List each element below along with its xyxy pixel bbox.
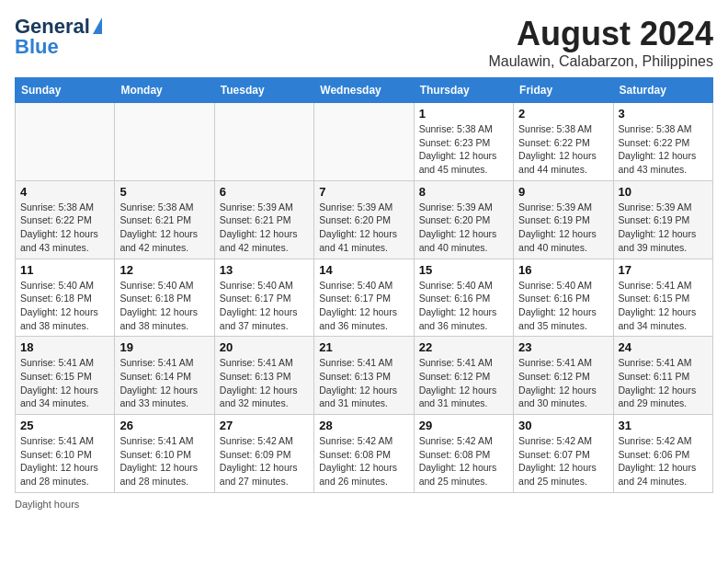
day-number: 27 xyxy=(220,419,309,432)
day-number: 8 xyxy=(419,185,508,199)
day-info: Sunrise: 5:40 AM Sunset: 6:18 PM Dayligh… xyxy=(119,279,209,333)
day-number: 21 xyxy=(319,340,408,354)
day-number: 17 xyxy=(619,263,708,277)
day-info: Sunrise: 5:41 AM Sunset: 6:13 PM Dayligh… xyxy=(220,356,309,410)
day-number: 26 xyxy=(119,419,209,432)
calendar-cell: 28Sunrise: 5:42 AM Sunset: 6:08 PM Dayli… xyxy=(314,415,414,493)
calendar-cell: 29Sunrise: 5:42 AM Sunset: 6:08 PM Dayli… xyxy=(414,415,513,493)
logo: General Blue xyxy=(15,15,102,59)
day-info: Sunrise: 5:41 AM Sunset: 6:15 PM Dayligh… xyxy=(20,356,109,410)
day-number: 4 xyxy=(20,185,109,199)
calendar-cell: 14Sunrise: 5:40 AM Sunset: 6:17 PM Dayli… xyxy=(314,259,414,337)
day-info: Sunrise: 5:38 AM Sunset: 6:22 PM Dayligh… xyxy=(20,201,109,255)
calendar-cell: 1Sunrise: 5:38 AM Sunset: 6:23 PM Daylig… xyxy=(414,103,513,181)
calendar-cell: 25Sunrise: 5:41 AM Sunset: 6:10 PM Dayli… xyxy=(16,415,115,493)
weekday-header-friday: Friday xyxy=(514,78,613,103)
calendar-cell: 3Sunrise: 5:38 AM Sunset: 6:22 PM Daylig… xyxy=(613,103,712,181)
calendar-cell: 24Sunrise: 5:41 AM Sunset: 6:11 PM Dayli… xyxy=(613,337,712,415)
day-number: 1 xyxy=(419,107,508,121)
day-info: Sunrise: 5:42 AM Sunset: 6:09 PM Dayligh… xyxy=(220,434,309,488)
week-row-0: 1Sunrise: 5:38 AM Sunset: 6:23 PM Daylig… xyxy=(16,103,713,181)
calendar-cell: 31Sunrise: 5:42 AM Sunset: 6:06 PM Dayli… xyxy=(613,415,712,493)
day-info: Sunrise: 5:41 AM Sunset: 6:10 PM Dayligh… xyxy=(119,434,209,488)
logo-blue: Blue xyxy=(15,35,59,59)
day-info: Sunrise: 5:41 AM Sunset: 6:15 PM Dayligh… xyxy=(619,279,708,333)
calendar-cell: 22Sunrise: 5:41 AM Sunset: 6:12 PM Dayli… xyxy=(414,337,513,415)
day-info: Sunrise: 5:39 AM Sunset: 6:19 PM Dayligh… xyxy=(518,201,608,255)
logo-triangle-icon xyxy=(93,17,102,34)
day-info: Sunrise: 5:38 AM Sunset: 6:21 PM Dayligh… xyxy=(119,201,209,255)
calendar-cell: 8Sunrise: 5:39 AM Sunset: 6:20 PM Daylig… xyxy=(414,180,513,259)
day-number: 12 xyxy=(119,263,209,277)
day-info: Sunrise: 5:41 AM Sunset: 6:14 PM Dayligh… xyxy=(119,356,209,410)
day-number: 18 xyxy=(20,340,109,354)
weekday-header-tuesday: Tuesday xyxy=(214,78,313,103)
weekday-header-saturday: Saturday xyxy=(613,78,712,103)
day-number: 3 xyxy=(619,107,708,121)
week-row-3: 18Sunrise: 5:41 AM Sunset: 6:15 PM Dayli… xyxy=(16,337,713,415)
calendar-cell: 10Sunrise: 5:39 AM Sunset: 6:19 PM Dayli… xyxy=(613,180,712,259)
location-title: Maulawin, Calabarzon, Philippines xyxy=(488,53,713,70)
day-info: Sunrise: 5:39 AM Sunset: 6:20 PM Dayligh… xyxy=(319,201,408,255)
day-info: Sunrise: 5:39 AM Sunset: 6:19 PM Dayligh… xyxy=(619,201,708,255)
day-number: 22 xyxy=(419,340,508,354)
calendar-cell: 27Sunrise: 5:42 AM Sunset: 6:09 PM Dayli… xyxy=(214,415,313,493)
calendar-cell: 13Sunrise: 5:40 AM Sunset: 6:17 PM Dayli… xyxy=(214,259,313,337)
day-info: Sunrise: 5:40 AM Sunset: 6:16 PM Dayligh… xyxy=(419,279,508,333)
calendar-cell: 12Sunrise: 5:40 AM Sunset: 6:18 PM Dayli… xyxy=(115,259,214,337)
day-number: 25 xyxy=(20,419,109,432)
day-number: 30 xyxy=(518,419,608,432)
calendar-cell: 7Sunrise: 5:39 AM Sunset: 6:20 PM Daylig… xyxy=(314,180,414,259)
day-info: Sunrise: 5:39 AM Sunset: 6:21 PM Dayligh… xyxy=(220,201,309,255)
calendar-cell: 19Sunrise: 5:41 AM Sunset: 6:14 PM Dayli… xyxy=(115,337,214,415)
month-title: August 2024 xyxy=(488,15,713,53)
day-number: 11 xyxy=(20,263,109,277)
day-number: 20 xyxy=(220,340,309,354)
weekday-header-thursday: Thursday xyxy=(414,78,513,103)
day-info: Sunrise: 5:42 AM Sunset: 6:08 PM Dayligh… xyxy=(319,434,408,488)
weekday-header-wednesday: Wednesday xyxy=(314,78,414,103)
calendar-cell: 4Sunrise: 5:38 AM Sunset: 6:22 PM Daylig… xyxy=(16,180,115,259)
weekday-header-row: SundayMondayTuesdayWednesdayThursdayFrid… xyxy=(16,78,713,103)
day-number: 31 xyxy=(619,419,708,432)
title-area: August 2024 Maulawin, Calabarzon, Philip… xyxy=(488,15,713,70)
day-number: 19 xyxy=(119,340,209,354)
calendar-cell xyxy=(16,103,115,181)
day-info: Sunrise: 5:38 AM Sunset: 6:22 PM Dayligh… xyxy=(518,122,608,177)
weekday-header-sunday: Sunday xyxy=(16,78,115,103)
calendar-cell xyxy=(214,103,313,181)
weekday-header-monday: Monday xyxy=(115,78,214,103)
header: General Blue August 2024 Maulawin, Calab… xyxy=(15,15,713,70)
day-number: 15 xyxy=(419,263,508,277)
calendar-cell: 17Sunrise: 5:41 AM Sunset: 6:15 PM Dayli… xyxy=(613,259,712,337)
day-number: 16 xyxy=(518,263,608,277)
calendar-cell: 9Sunrise: 5:39 AM Sunset: 6:19 PM Daylig… xyxy=(514,180,613,259)
footer-note: Daylight hours xyxy=(15,499,713,510)
week-row-2: 11Sunrise: 5:40 AM Sunset: 6:18 PM Dayli… xyxy=(16,259,713,337)
calendar-cell: 6Sunrise: 5:39 AM Sunset: 6:21 PM Daylig… xyxy=(214,180,313,259)
calendar-cell: 21Sunrise: 5:41 AM Sunset: 6:13 PM Dayli… xyxy=(314,337,414,415)
calendar-cell: 18Sunrise: 5:41 AM Sunset: 6:15 PM Dayli… xyxy=(16,337,115,415)
calendar-cell: 11Sunrise: 5:40 AM Sunset: 6:18 PM Dayli… xyxy=(16,259,115,337)
calendar-cell: 15Sunrise: 5:40 AM Sunset: 6:16 PM Dayli… xyxy=(414,259,513,337)
week-row-4: 25Sunrise: 5:41 AM Sunset: 6:10 PM Dayli… xyxy=(16,415,713,493)
calendar-cell: 23Sunrise: 5:41 AM Sunset: 6:12 PM Dayli… xyxy=(514,337,613,415)
calendar-cell xyxy=(115,103,214,181)
day-info: Sunrise: 5:41 AM Sunset: 6:12 PM Dayligh… xyxy=(419,356,508,410)
day-info: Sunrise: 5:38 AM Sunset: 6:22 PM Dayligh… xyxy=(619,122,708,177)
day-number: 24 xyxy=(619,340,708,354)
calendar-cell: 26Sunrise: 5:41 AM Sunset: 6:10 PM Dayli… xyxy=(115,415,214,493)
day-info: Sunrise: 5:40 AM Sunset: 6:16 PM Dayligh… xyxy=(518,279,608,333)
day-number: 23 xyxy=(518,340,608,354)
calendar-cell xyxy=(314,103,414,181)
day-number: 6 xyxy=(220,185,309,199)
day-info: Sunrise: 5:41 AM Sunset: 6:12 PM Dayligh… xyxy=(518,356,608,410)
day-number: 13 xyxy=(220,263,309,277)
day-info: Sunrise: 5:38 AM Sunset: 6:23 PM Dayligh… xyxy=(419,122,508,177)
day-number: 9 xyxy=(518,185,608,199)
calendar: SundayMondayTuesdayWednesdayThursdayFrid… xyxy=(15,77,713,493)
calendar-cell: 5Sunrise: 5:38 AM Sunset: 6:21 PM Daylig… xyxy=(115,180,214,259)
day-info: Sunrise: 5:39 AM Sunset: 6:20 PM Dayligh… xyxy=(419,201,508,255)
day-number: 5 xyxy=(119,185,209,199)
calendar-cell: 2Sunrise: 5:38 AM Sunset: 6:22 PM Daylig… xyxy=(514,103,613,181)
